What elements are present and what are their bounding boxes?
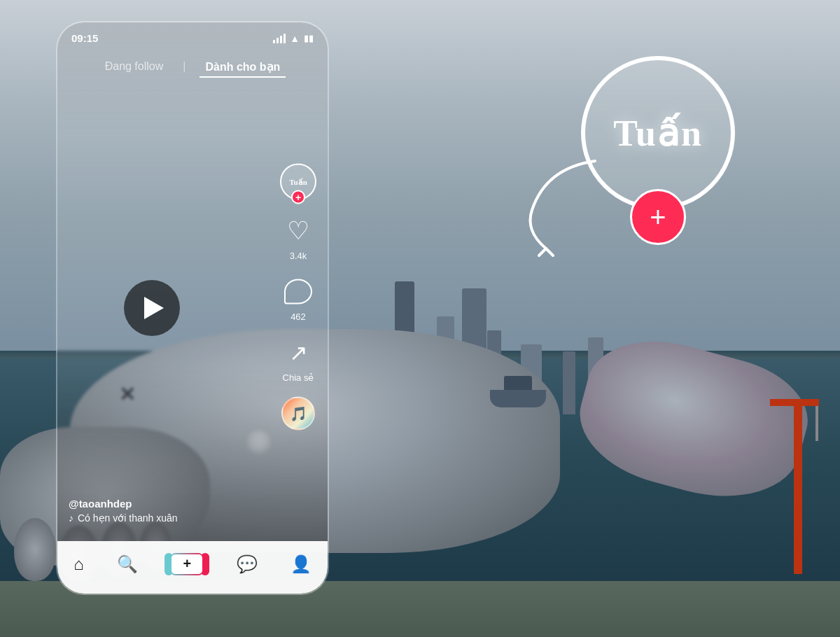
- play-icon: [144, 297, 164, 319]
- nav-search[interactable]: 🔍: [106, 549, 149, 580]
- share-icon-container: ↗: [281, 335, 315, 369]
- music-text: ♪ Có hẹn với thanh xuân: [69, 512, 178, 524]
- comment-bubble-icon: [284, 279, 312, 304]
- comments-count: 462: [290, 311, 306, 321]
- likes-count: 3.4k: [290, 250, 307, 260]
- follow-plus-button[interactable]: +: [291, 190, 305, 204]
- search-icon: 🔍: [117, 554, 138, 574]
- music-title: Có hẹn với thanh xuân: [78, 512, 178, 524]
- like-icon-container: ♡: [281, 214, 315, 247]
- caption-area: @taoanhdep ♪ Có hẹn với thanh xuân: [69, 498, 178, 524]
- comment-action[interactable]: 462: [281, 274, 315, 321]
- inbox-icon: 💬: [237, 554, 258, 574]
- create-plus-icon: +: [172, 554, 202, 574]
- status-icons: ▲ ▮▮: [273, 33, 314, 44]
- music-note-icon: ♪: [69, 512, 74, 524]
- heart-icon: ♡: [287, 218, 309, 243]
- nav-create[interactable]: +: [159, 547, 215, 581]
- music-disc[interactable]: 🎵: [281, 396, 315, 430]
- phone-nav-tabs: Đang follow | Dành cho bạn: [57, 57, 328, 78]
- avatar-label: Tuấn: [289, 177, 307, 186]
- tab-for-you[interactable]: Dành cho bạn: [200, 57, 286, 78]
- phone-frame: 09:15 ▲ ▮▮ Đang follow | Dành cho bạn Tu…: [56, 21, 329, 595]
- follow-plus-icon: +: [650, 203, 666, 231]
- profile-icon: 👤: [290, 554, 312, 574]
- comment-icon-container: [281, 274, 315, 308]
- status-bar: 09:15 ▲ ▮▮: [57, 22, 328, 50]
- action-sidebar: Tuấn + ♡ 3.4k 462 ↗ Chia sẻ 🎵: [280, 163, 316, 430]
- nav-home[interactable]: ⌂: [62, 549, 95, 580]
- battery-icon: ▮▮: [304, 33, 314, 43]
- like-action[interactable]: ♡ 3.4k: [281, 214, 315, 260]
- play-button[interactable]: [124, 280, 180, 336]
- boat: [490, 386, 546, 407]
- tuan-callout: Tuấn: [581, 56, 735, 210]
- tuan-circle: Tuấn: [581, 56, 735, 210]
- nav-profile[interactable]: 👤: [279, 549, 323, 580]
- follow-callout-button[interactable]: +: [630, 189, 686, 245]
- share-label: Chia sẻ: [283, 372, 314, 382]
- time-display: 09:15: [71, 32, 98, 44]
- bottom-navigation: ⌂ 🔍 + 💬 👤: [57, 541, 328, 594]
- signal-icon: [273, 34, 286, 43]
- username[interactable]: @taoanhdep: [69, 498, 178, 510]
- share-icon: ↗: [289, 339, 308, 365]
- share-action[interactable]: ↗ Chia sẻ: [281, 335, 315, 382]
- tab-following[interactable]: Đang follow: [99, 57, 169, 78]
- wifi-icon: ▲: [290, 33, 300, 44]
- home-icon: ⌂: [74, 554, 84, 574]
- nav-divider: |: [183, 57, 186, 78]
- create-button[interactable]: +: [170, 553, 204, 575]
- creator-avatar[interactable]: Tuấn +: [280, 163, 316, 200]
- tuan-name: Tuấn: [613, 112, 703, 154]
- nav-inbox[interactable]: 💬: [225, 549, 269, 580]
